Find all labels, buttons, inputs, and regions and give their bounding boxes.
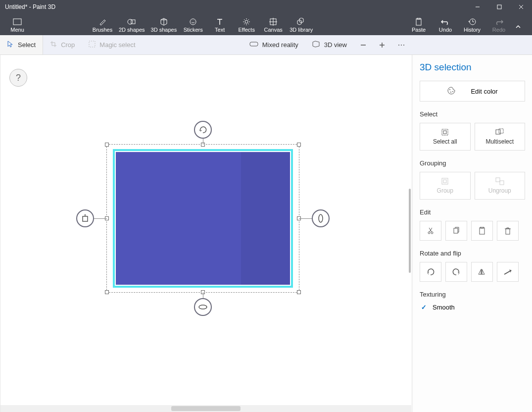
flip-vertical-button[interactable] bbox=[497, 262, 519, 282]
horizontal-scrollbar[interactable] bbox=[0, 405, 411, 412]
copy-icon bbox=[452, 227, 460, 235]
zoom-in-button[interactable] bbox=[373, 35, 391, 54]
window-minimize-button[interactable] bbox=[467, 0, 488, 14]
cut-button[interactable] bbox=[420, 221, 441, 241]
more-options-button[interactable] bbox=[391, 35, 411, 54]
3d-library-button[interactable]: 3D library bbox=[287, 14, 316, 35]
flip-horizontal-button[interactable] bbox=[471, 262, 493, 282]
svg-rect-45 bbox=[496, 178, 500, 182]
panel-title: 3D selection bbox=[420, 62, 525, 73]
select-section-label: Select bbox=[420, 110, 525, 118]
2d-shapes-button[interactable]: 2D shapes bbox=[116, 14, 148, 35]
canvas-icon bbox=[269, 17, 277, 27]
group-button[interactable]: Group bbox=[420, 172, 471, 200]
rotate-y-handle[interactable] bbox=[312, 209, 330, 227]
text-icon bbox=[216, 17, 223, 27]
select-all-button[interactable]: Select all bbox=[420, 123, 471, 151]
3d-view-button[interactable]: 3D view bbox=[305, 35, 354, 54]
handle-bottom-right[interactable] bbox=[297, 290, 301, 294]
svg-point-30 bbox=[398, 45, 399, 46]
paste-panel-button[interactable] bbox=[471, 221, 493, 241]
svg-rect-46 bbox=[500, 181, 504, 185]
paste-panel-icon bbox=[479, 227, 485, 235]
ungroup-button[interactable]: Ungroup bbox=[475, 172, 526, 200]
handle-top-left[interactable] bbox=[105, 143, 109, 147]
history-icon bbox=[468, 17, 476, 27]
history-label: History bbox=[464, 27, 481, 33]
handle-bottom-left[interactable] bbox=[105, 290, 109, 294]
window-maximize-button[interactable] bbox=[488, 0, 510, 14]
svg-point-32 bbox=[403, 45, 404, 46]
crop-tool-button[interactable]: Crop bbox=[43, 35, 82, 54]
multiselect-icon bbox=[495, 128, 504, 136]
ungroup-icon bbox=[495, 177, 504, 185]
multiselect-button[interactable]: Multiselect bbox=[475, 123, 526, 151]
help-button[interactable]: ? bbox=[9, 69, 27, 87]
magic-select-label: Magic select bbox=[99, 41, 135, 49]
svg-line-18 bbox=[248, 19, 249, 20]
undo-button[interactable]: Undo bbox=[432, 14, 459, 35]
main-toolbar: Menu Brushes 2D shapes 3D shapes Sticker… bbox=[0, 14, 532, 35]
sub-toolbar: Select Crop Magic select Mixed reality 3… bbox=[0, 35, 532, 55]
brushes-button[interactable]: Brushes bbox=[89, 14, 116, 35]
3d-cube-object[interactable] bbox=[116, 152, 290, 285]
handle-top-right[interactable] bbox=[297, 143, 301, 147]
menu-button[interactable]: Menu bbox=[0, 14, 35, 35]
mixed-reality-button[interactable]: Mixed reality bbox=[242, 35, 305, 54]
svg-point-47 bbox=[428, 232, 430, 234]
mixed-reality-label: Mixed reality bbox=[262, 41, 298, 49]
depth-handle[interactable] bbox=[76, 209, 94, 227]
magic-select-button[interactable]: Magic select bbox=[82, 35, 142, 54]
svg-rect-41 bbox=[496, 130, 500, 134]
more-icon bbox=[397, 42, 405, 49]
paste-icon bbox=[415, 17, 422, 27]
history-button[interactable]: History bbox=[459, 14, 485, 35]
text-button[interactable]: Text bbox=[206, 14, 233, 35]
redo-button[interactable]: Redo bbox=[485, 14, 512, 35]
select-all-label: Select all bbox=[433, 138, 457, 145]
toolbar-expand-button[interactable] bbox=[511, 20, 525, 34]
title-bar: Untitled* - Paint 3D bbox=[0, 0, 532, 14]
rotate-ccw-button[interactable] bbox=[420, 262, 441, 282]
3d-shapes-button[interactable]: 3D shapes bbox=[148, 14, 180, 35]
canvas-scrollbar[interactable] bbox=[408, 55, 411, 405]
copy-button[interactable] bbox=[445, 221, 467, 241]
multiselect-label: Multiselect bbox=[485, 138, 514, 145]
delete-button[interactable] bbox=[497, 221, 519, 241]
window-close-button[interactable] bbox=[510, 0, 532, 14]
svg-rect-42 bbox=[499, 129, 503, 133]
mixed-reality-icon bbox=[249, 41, 258, 49]
svg-rect-22 bbox=[416, 19, 421, 25]
zoom-out-button[interactable] bbox=[354, 35, 373, 54]
svg-point-38 bbox=[452, 91, 453, 92]
edit-color-button[interactable]: Edit color bbox=[420, 81, 525, 102]
svg-point-9 bbox=[194, 20, 194, 21]
selection-box[interactable] bbox=[106, 144, 299, 293]
paste-label: Paste bbox=[412, 27, 426, 33]
2d-shapes-label: 2D shapes bbox=[119, 27, 145, 33]
canvas-area[interactable]: ? bbox=[0, 55, 411, 412]
paste-button[interactable]: Paste bbox=[405, 14, 432, 35]
rotate-cw-button[interactable] bbox=[445, 262, 467, 282]
flip-v-icon bbox=[503, 268, 512, 275]
svg-rect-34 bbox=[83, 216, 88, 221]
scissors-icon bbox=[427, 227, 435, 235]
brushes-label: Brushes bbox=[93, 27, 112, 33]
svg-line-17 bbox=[244, 23, 245, 24]
rotate-x-handle[interactable] bbox=[194, 298, 212, 316]
effects-button[interactable]: Effects bbox=[233, 14, 260, 35]
svg-rect-25 bbox=[89, 41, 95, 47]
3d-view-label: 3D view bbox=[324, 41, 347, 49]
question-icon: ? bbox=[16, 73, 21, 83]
svg-line-15 bbox=[244, 19, 245, 20]
svg-point-7 bbox=[190, 19, 196, 25]
plus-icon bbox=[379, 42, 386, 49]
canvas-button[interactable]: Canvas bbox=[260, 14, 287, 35]
rotate-z-handle[interactable] bbox=[194, 121, 212, 139]
select-tool-button[interactable]: Select bbox=[0, 35, 43, 54]
stickers-button[interactable]: Stickers bbox=[180, 14, 206, 35]
smooth-checkbox[interactable]: ✓ Smooth bbox=[420, 303, 525, 311]
rotate-section-label: Rotate and flip bbox=[420, 250, 525, 257]
svg-rect-44 bbox=[443, 180, 446, 183]
svg-rect-4 bbox=[13, 19, 21, 25]
